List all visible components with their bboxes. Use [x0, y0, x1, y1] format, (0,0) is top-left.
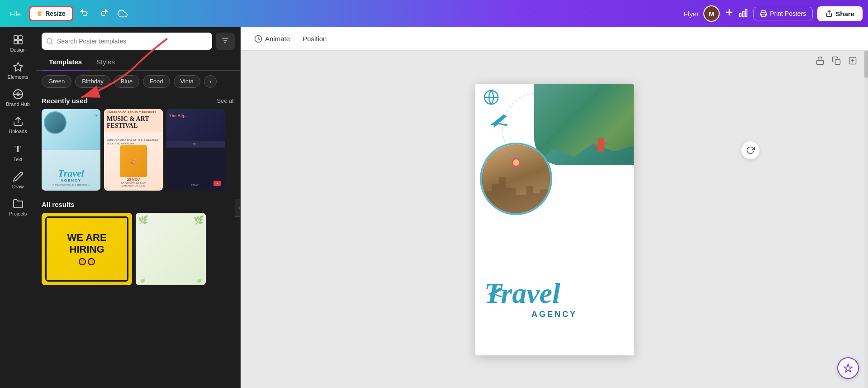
- poster-bg: Travel AGENCY: [475, 84, 634, 355]
- sidebar-item-design-label: Design: [10, 47, 25, 53]
- chip-vinta[interactable]: Vinta: [174, 75, 200, 88]
- elements-icon: [13, 62, 24, 72]
- poster-travel-big: Travel: [484, 279, 625, 308]
- right-scrollbar[interactable]: [864, 51, 868, 388]
- sidebar-item-elements[interactable]: Elements: [2, 58, 34, 83]
- file-button[interactable]: File: [5, 7, 25, 20]
- chip-birthday[interactable]: Birthday: [75, 75, 110, 88]
- chip-nav-next[interactable]: ›: [204, 75, 217, 88]
- canvas-refresh-button[interactable]: [741, 141, 759, 159]
- panel-scroll[interactable]: Recently used See all ✈ Travel AGENCY A …: [36, 92, 240, 388]
- chart-icon: [739, 8, 749, 18]
- canvas-area: Animate Position: [241, 27, 868, 388]
- save-cloud-button[interactable]: [115, 6, 130, 21]
- topbar-right: Flyer M Print Posters Share: [684, 5, 863, 22]
- main-layout: Design Elements Brand Hub Uploads T Text…: [0, 27, 868, 388]
- panel-tabs: Templates Styles: [36, 53, 240, 71]
- stats-button[interactable]: [739, 8, 749, 20]
- svg-rect-11: [19, 40, 22, 44]
- sidebar-item-projects[interactable]: Projects: [2, 195, 34, 220]
- recently-used-row: ✈ Travel AGENCY A travel agency is a bus…: [36, 107, 240, 192]
- search-icon: [46, 38, 53, 45]
- top-bar: File ♛ Resize Flyer M Print Posters Sh: [0, 0, 868, 27]
- template-card-floral[interactable]: 🌿 🌿 🍃 🍃: [136, 213, 206, 285]
- avatar[interactable]: M: [703, 5, 720, 22]
- template-card-dark[interactable]: The Big... Sc... Nov...: [166, 109, 225, 191]
- animate-label: Animate: [265, 35, 290, 43]
- sidebar-item-design[interactable]: Design: [2, 31, 34, 56]
- template-card-music[interactable]: KIMBERCO CO. PROUDLY PRESENTS MUSIC & AR…: [104, 109, 163, 191]
- undo-button[interactable]: [77, 6, 92, 21]
- sidebar-item-brand-hub-label: Brand Hub: [6, 101, 30, 107]
- resize-label: Resize: [45, 10, 65, 17]
- all-results-header: All results: [36, 196, 240, 211]
- redo-button[interactable]: [96, 6, 111, 21]
- tab-templates[interactable]: Templates: [42, 53, 89, 70]
- animate-icon: [254, 35, 262, 43]
- canvas-workspace[interactable]: Travel AGENCY: [241, 51, 868, 388]
- undo-icon: [80, 9, 90, 19]
- search-input[interactable]: [57, 38, 208, 45]
- draw-icon: [13, 171, 24, 182]
- svg-marker-12: [14, 62, 23, 71]
- filter-button[interactable]: [216, 33, 235, 50]
- svg-rect-2: [740, 13, 741, 16]
- share-label: Share: [835, 10, 854, 18]
- templates-panel: Templates Styles Green Birthday Blue Foo…: [36, 27, 241, 388]
- filter-chips: Green Birthday Blue Food Vinta ›: [36, 71, 240, 92]
- sidebar-item-brand-hub[interactable]: Brand Hub: [2, 85, 34, 110]
- add-collaborator-button[interactable]: [724, 7, 734, 20]
- canvas-toolbar: Animate Position: [241, 27, 868, 51]
- sidebar-item-elements-label: Elements: [8, 74, 28, 80]
- svg-rect-8: [14, 36, 18, 39]
- flyer-label: Flyer: [684, 10, 699, 18]
- share-icon: [825, 10, 833, 17]
- recently-used-title: Recently used: [42, 97, 88, 105]
- scrollbar-thumb: [864, 51, 868, 78]
- panel-collapse-handle[interactable]: ‹: [235, 199, 241, 217]
- all-results-title: All results: [42, 201, 75, 208]
- chip-food[interactable]: Food: [143, 75, 170, 88]
- sidebar-item-uploads-label: Uploads: [9, 129, 27, 134]
- chip-blue[interactable]: Blue: [114, 75, 139, 88]
- ai-assistant-button[interactable]: [837, 357, 859, 379]
- ai-sparkle-icon: [843, 363, 853, 373]
- svg-rect-5: [762, 14, 765, 16]
- printer-icon: [760, 10, 767, 17]
- sidebar: Design Elements Brand Hub Uploads T Text…: [0, 27, 36, 388]
- position-button[interactable]: Position: [298, 32, 331, 45]
- see-all-button[interactable]: See all: [217, 97, 235, 104]
- svg-point-28: [503, 93, 575, 165]
- search-bar: [36, 27, 240, 53]
- search-input-wrap[interactable]: [42, 33, 212, 50]
- sidebar-item-projects-label: Projects: [9, 211, 27, 216]
- all-results-row: WE ARE HIRING 🌿 🌿 🍃 🍃: [36, 211, 240, 291]
- refresh-icon: [746, 146, 755, 155]
- sidebar-item-text[interactable]: T Text: [2, 139, 34, 166]
- recently-used-header: Recently used See all: [36, 92, 240, 107]
- print-posters-button[interactable]: Print Posters: [753, 7, 813, 20]
- template-card-hiring[interactable]: WE ARE HIRING: [42, 213, 132, 285]
- decorative-arc: [493, 84, 584, 174]
- sidebar-item-draw-label: Draw: [12, 184, 24, 189]
- poster-travel-text: Travel AGENCY: [484, 279, 625, 319]
- filter-icon: [221, 36, 229, 44]
- upload-icon: [13, 116, 24, 127]
- print-label: Print Posters: [770, 10, 806, 17]
- animate-button[interactable]: Animate: [250, 32, 294, 46]
- resize-button[interactable]: ♛ Resize: [29, 6, 73, 21]
- sidebar-item-draw[interactable]: Draw: [2, 168, 34, 193]
- poster-agency-label: AGENCY: [484, 310, 625, 319]
- tab-styles[interactable]: Styles: [89, 53, 122, 70]
- design-icon: [13, 34, 24, 45]
- template-card-travel[interactable]: ✈ Travel AGENCY A travel agency is a bus…: [42, 109, 100, 191]
- svg-rect-3: [742, 11, 744, 17]
- share-button[interactable]: Share: [817, 6, 863, 21]
- sidebar-item-uploads[interactable]: Uploads: [2, 112, 34, 138]
- chip-green[interactable]: Green: [42, 75, 71, 88]
- brand-hub-icon: [13, 89, 24, 100]
- topbar-left: File ♛ Resize: [5, 6, 130, 21]
- svg-rect-10: [14, 40, 18, 44]
- poster-container[interactable]: Travel AGENCY: [475, 84, 634, 355]
- projects-icon: [13, 198, 24, 209]
